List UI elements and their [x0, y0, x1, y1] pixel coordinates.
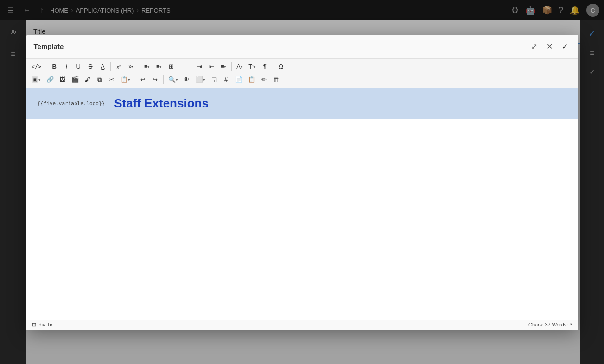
- subscript-btn[interactable]: x₂: [125, 61, 136, 73]
- box-btn[interactable]: ◱: [209, 74, 220, 86]
- template-modal: Template ⤢ ✕ ✓ </> B I U: [26, 35, 578, 330]
- sep-2: [110, 62, 111, 71]
- hr-btn[interactable]: —: [178, 61, 189, 73]
- link-btn[interactable]: 🔗: [44, 74, 56, 86]
- editor-statusbar: ⊞ div br Chars: 37 Words: 3: [26, 320, 578, 330]
- cut-btn[interactable]: ✂: [106, 74, 117, 86]
- hash-btn[interactable]: #: [221, 74, 232, 86]
- modal-header: Template ⤢ ✕ ✓: [26, 35, 578, 59]
- editor-toolbar: </> B I U S A̲ x² x₂ ≡▾ ≡▾ ⊞ — ⇥ ⇤ ≡▾: [26, 59, 578, 88]
- path-br: br: [48, 322, 53, 327]
- close-button[interactable]: ✕: [544, 40, 555, 53]
- toolbar-row-2: ▣ ▾ 🔗 🖼 🎬 🖌 ⧉ ✂ 📋▾ ↩ ↪ 🔍▾ 👁 ⬜▾ ◱: [29, 74, 575, 86]
- table-btn[interactable]: ⊞: [165, 61, 177, 73]
- expand-icon: ⤢: [531, 42, 537, 51]
- font-size-btn[interactable]: T¹▾: [246, 61, 258, 73]
- outdent-btn[interactable]: ⇤: [206, 61, 217, 73]
- copy-btn[interactable]: ⧉: [94, 74, 105, 86]
- delete-btn[interactable]: 🗑: [271, 74, 282, 86]
- confirm-icon: ✓: [562, 42, 568, 51]
- unordered-list-btn[interactable]: ≡▾: [141, 61, 153, 73]
- sep-4: [191, 62, 191, 71]
- bold-btn[interactable]: B: [49, 61, 60, 73]
- logo-variable: {{five.variable.logo}}: [38, 100, 105, 107]
- close-icon: ✕: [547, 42, 553, 51]
- editor-content[interactable]: {{five.variable.logo}} Staff Extensions: [26, 88, 578, 320]
- expand-button[interactable]: ⤢: [528, 40, 540, 53]
- pen-btn[interactable]: ✏: [259, 74, 270, 86]
- eye-btn[interactable]: 👁: [181, 74, 192, 86]
- frame-btn[interactable]: ⬜▾: [193, 74, 208, 86]
- sep-6: [273, 62, 273, 71]
- redo-btn[interactable]: ↪: [150, 74, 161, 86]
- omega-btn[interactable]: Ω: [275, 61, 286, 73]
- paste-btn[interactable]: 📋▾: [118, 74, 133, 86]
- sep-1: [46, 62, 46, 71]
- banner-title: Staff Extensions: [114, 96, 209, 111]
- statusbar-path: ⊞ div br: [32, 322, 53, 328]
- confirm-button[interactable]: ✓: [559, 40, 571, 53]
- modal-overlay: Template ⤢ ✕ ✓ </> B I U: [0, 0, 604, 364]
- content-area[interactable]: [26, 119, 578, 304]
- indent-btn[interactable]: ⇥: [194, 61, 205, 73]
- video-btn[interactable]: 🎬: [69, 74, 81, 86]
- sep-3: [139, 62, 139, 71]
- paragraph-btn[interactable]: ¶: [259, 61, 270, 73]
- ordered-list-btn[interactable]: ≡▾: [153, 61, 165, 73]
- search-btn[interactable]: 🔍▾: [166, 74, 180, 86]
- highlight-btn[interactable]: A̲: [97, 61, 108, 73]
- modal-header-actions: ⤢ ✕ ✓: [528, 40, 571, 53]
- editor-body[interactable]: {{five.variable.logo}} Staff Extensions: [26, 88, 578, 320]
- code-btn[interactable]: </>: [29, 61, 44, 73]
- toolbar-row-1: </> B I U S A̲ x² x₂ ≡▾ ≡▾ ⊞ — ⇥ ⇤ ≡▾: [29, 61, 575, 73]
- path-div: div: [39, 322, 45, 327]
- path-table-icon: ⊞: [32, 322, 36, 328]
- image-btn[interactable]: 🖼: [57, 74, 68, 86]
- undo-btn[interactable]: ↩: [138, 74, 149, 86]
- strikethrough-btn[interactable]: S: [85, 61, 96, 73]
- sep-5: [231, 62, 232, 71]
- stats-text: Chars: 37 Words: 3: [528, 322, 572, 327]
- doc1-btn[interactable]: 📄: [233, 74, 245, 86]
- align-btn[interactable]: ≡▾: [218, 61, 229, 73]
- sep-7: [135, 75, 135, 84]
- editor-header-banner: {{five.variable.logo}} Staff Extensions: [26, 88, 578, 119]
- sep-8: [163, 75, 164, 84]
- underline-btn[interactable]: U: [73, 61, 84, 73]
- paint-bucket-btn[interactable]: ▣ ▾: [29, 74, 43, 86]
- font-color-btn[interactable]: A▾: [234, 61, 245, 73]
- modal-title: Template: [34, 43, 64, 50]
- paint-format-btn[interactable]: 🖌: [82, 74, 93, 86]
- italic-btn[interactable]: I: [61, 61, 72, 73]
- doc2-btn[interactable]: 📋: [246, 74, 258, 86]
- superscript-btn[interactable]: x²: [113, 61, 124, 73]
